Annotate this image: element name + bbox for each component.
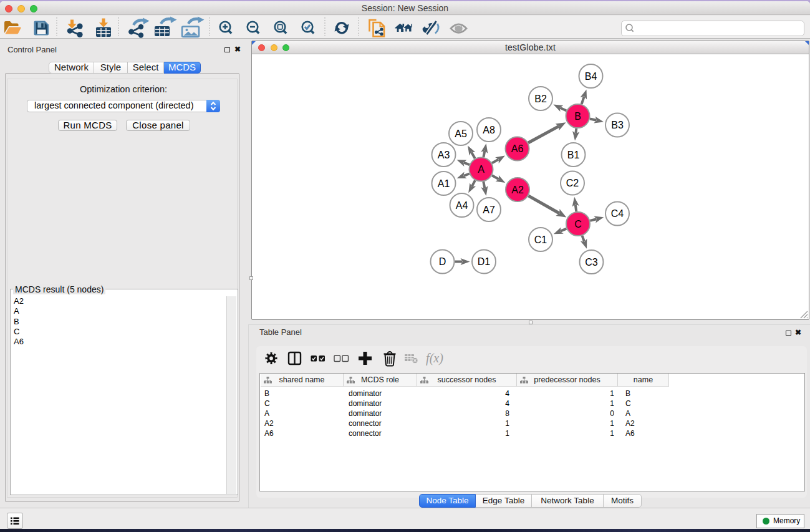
svg-text:A2: A2 [511,185,524,195]
svg-text:C3: C3 [585,257,598,268]
svg-text:B4: B4 [585,71,597,82]
svg-text:B3: B3 [611,120,624,130]
svg-text:D1: D1 [478,256,491,267]
svg-text:A1: A1 [438,178,450,189]
svg-text:D: D [439,256,446,267]
svg-text:B: B [574,111,581,122]
svg-text:C1: C1 [534,235,547,245]
svg-text:B2: B2 [534,94,547,104]
svg-text:C2: C2 [566,178,579,188]
svg-text:C4: C4 [611,208,624,219]
svg-text:A8: A8 [483,125,495,135]
svg-text:A4: A4 [456,200,468,211]
svg-text:f(x): f(x) [426,351,443,365]
svg-text:A5: A5 [455,128,467,139]
svg-text:A: A [478,164,485,175]
svg-text:A6: A6 [511,143,524,154]
svg-text:A7: A7 [483,205,495,215]
svg-text:C: C [574,219,582,230]
svg-text:A3: A3 [438,150,450,160]
svg-text:B1: B1 [567,150,580,160]
